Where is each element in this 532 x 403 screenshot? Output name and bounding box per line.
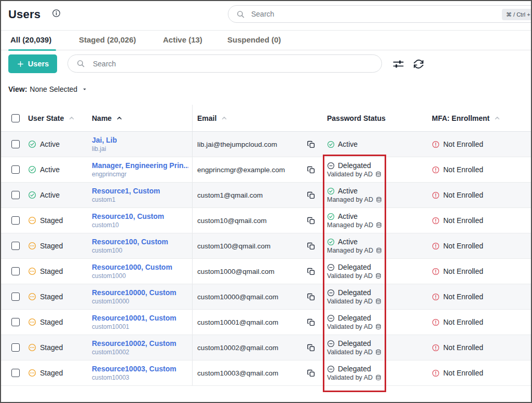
user-name-cell: Resource10000, Custom custom10000 (92, 284, 192, 309)
row-checkbox[interactable] (11, 369, 20, 377)
mfa-status-label: Not Enrolled (443, 191, 483, 199)
column-header-password-status[interactable]: Password Status (323, 105, 428, 131)
password-status-cell: Active Managed by AD (323, 208, 428, 233)
password-status-label: Delegated (338, 288, 371, 297)
user-name-cell: Manager, Engineering Prin... engprincmgr (92, 157, 192, 182)
user-email-cell: custom1@qmail.com (192, 183, 323, 207)
global-search[interactable]: ⌘ / Ctrl + K (228, 5, 532, 23)
user-email: custom10@qmail.com (197, 217, 267, 225)
mfa-status-icon (432, 268, 440, 275)
user-state-label: Staged (40, 242, 63, 250)
mfa-status-label: Not Enrolled (443, 343, 483, 352)
tab-active[interactable]: Active (13) (163, 31, 202, 50)
password-status-icon (327, 365, 335, 373)
column-header-user-state[interactable]: User State (28, 105, 92, 131)
search-icon (236, 10, 245, 19)
password-status-label: Active (338, 187, 358, 195)
password-status-icon (327, 238, 335, 246)
row-checkbox[interactable] (11, 165, 20, 174)
column-header-email[interactable]: Email (192, 105, 323, 131)
refresh-icon[interactable] (413, 59, 424, 70)
table-row: Staged Resource10001, Custom custom10001… (1, 310, 531, 335)
user-name-link[interactable]: Resource10000, Custom (92, 288, 176, 297)
user-state-icon (28, 343, 36, 352)
row-checkbox[interactable] (11, 293, 20, 301)
user-email: custom10002@qmail.com (197, 344, 278, 352)
copy-email-icon[interactable] (307, 140, 316, 149)
mfa-status-icon (432, 217, 440, 225)
filter-sliders-icon[interactable] (392, 58, 405, 70)
user-username: custom1 (92, 196, 115, 203)
ad-directory-icon (375, 349, 381, 355)
password-status-icon (327, 314, 335, 322)
tab-all[interactable]: All (20,039) (10, 31, 51, 50)
list-search[interactable] (67, 54, 382, 73)
user-state-label: Active (40, 191, 60, 199)
table-row: Staged Resource10000, Custom custom10000… (1, 284, 531, 310)
password-status-icon (327, 213, 335, 220)
copy-email-icon[interactable] (307, 318, 316, 327)
user-state-icon (28, 369, 36, 377)
select-all-checkbox[interactable] (11, 114, 20, 122)
row-checkbox[interactable] (11, 267, 20, 275)
copy-email-icon[interactable] (307, 242, 316, 251)
password-status-cell: Delegated Validated by AD (323, 335, 428, 360)
mfa-status-label: Not Enrolled (443, 165, 483, 174)
password-status-sub: Managed by AD (327, 247, 382, 254)
copy-email-icon[interactable] (307, 191, 316, 200)
user-name-link[interactable]: Resource100, Custom (92, 238, 168, 246)
user-name-cell: Resource1000, Custom custom1000 (92, 259, 192, 284)
copy-email-icon[interactable] (307, 369, 316, 378)
ad-directory-icon (375, 171, 381, 177)
copy-email-icon[interactable] (307, 267, 316, 276)
add-users-button[interactable]: Users (8, 54, 57, 73)
user-name-link[interactable]: Jai, Lib (92, 136, 117, 144)
table-row: Staged Resource1000, Custom custom1000 c… (1, 259, 531, 284)
global-search-input[interactable] (251, 6, 422, 22)
info-icon[interactable] (52, 9, 61, 18)
tab-suspended[interactable]: Suspended (0) (227, 31, 281, 50)
copy-email-icon[interactable] (307, 343, 316, 352)
user-state-cell: Staged (28, 259, 92, 284)
user-state-label: Staged (40, 267, 63, 275)
user-name-link[interactable]: Resource10003, Custom (92, 365, 176, 373)
copy-email-icon[interactable] (307, 293, 316, 301)
user-name-link[interactable]: Resource10001, Custom (92, 314, 176, 322)
column-header-name[interactable]: Name (92, 105, 192, 131)
user-name-link[interactable]: Resource1000, Custom (92, 263, 172, 271)
password-status-icon (327, 162, 335, 170)
copy-email-icon[interactable] (307, 216, 316, 225)
table-body: Active Jai, Lib lib.jai lib.jai@thejumpc… (1, 132, 531, 386)
password-status-sub: Managed by AD (327, 221, 382, 229)
column-header-mfa-enrollment[interactable]: MFA: Enrollment (428, 105, 531, 131)
tab-staged[interactable]: Staged (20,026) (79, 31, 136, 50)
mfa-status-cell: Not Enrolled (428, 157, 531, 182)
password-status-sub-label: Managed by AD (327, 247, 373, 254)
row-checkbox[interactable] (11, 140, 20, 148)
user-name-link[interactable]: Manager, Engineering Prin... (92, 161, 188, 170)
copy-email-icon[interactable] (307, 165, 316, 174)
row-checkbox[interactable] (11, 318, 20, 326)
row-checkbox[interactable] (11, 191, 20, 199)
row-checkbox[interactable] (11, 343, 20, 352)
password-status-cell: Delegated Validated by AD (323, 259, 428, 284)
user-state-cell: Active (28, 183, 92, 207)
user-email: custom10001@qmail.com (197, 318, 278, 326)
user-name-link[interactable]: Resource10, Custom (92, 212, 164, 220)
table-row: Active Resource1, Custom custom1 custom1… (1, 183, 531, 208)
list-search-input[interactable] (93, 55, 368, 72)
mfa-status-label: Not Enrolled (443, 242, 483, 250)
mfa-status-icon (432, 191, 440, 199)
table-row: Active Manager, Engineering Prin... engp… (1, 157, 531, 183)
row-checkbox[interactable] (11, 242, 20, 250)
search-icon (76, 59, 85, 68)
user-state-cell: Active (28, 132, 92, 157)
row-checkbox[interactable] (11, 216, 20, 225)
user-name-link[interactable]: Resource1, Custom (92, 187, 160, 195)
password-status-label: Delegated (338, 161, 371, 170)
view-selector[interactable]: View: None Selected (8, 85, 88, 93)
user-name-link[interactable]: Resource10002, Custom (92, 339, 176, 348)
ad-directory-icon (376, 222, 382, 228)
password-status-icon (327, 289, 335, 297)
user-state-icon (28, 216, 36, 225)
